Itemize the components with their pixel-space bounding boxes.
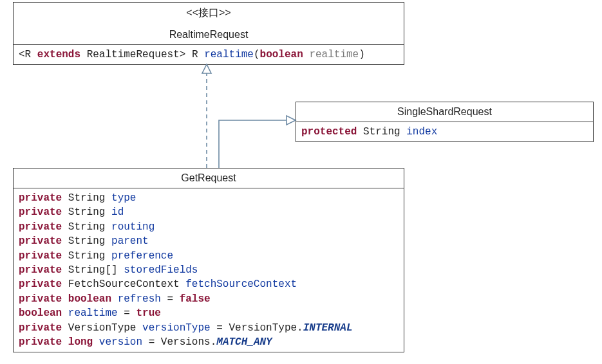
field-line: private String[] storedFields (19, 263, 399, 277)
get-request-fields: private String typeprivate String idpriv… (14, 188, 404, 352)
class-single-shard-request: SingleShardRequest protected String inde… (296, 102, 594, 142)
field-line: private long version = Versions.MATCH_AN… (19, 335, 399, 349)
field-line: private FetchSourceContext fetchSourceCo… (19, 277, 399, 291)
svg-marker-2 (287, 116, 296, 125)
get-request-name: GetRequest (181, 172, 236, 183)
interface-stereotype: <<接口>> (19, 6, 399, 20)
class-get-request: GetRequest private String typeprivate St… (13, 168, 404, 352)
field-line: private boolean refresh = false (19, 292, 399, 306)
svg-marker-1 (202, 64, 211, 73)
interface-method: <R extends RealtimeRequest> R realtime(b… (14, 45, 404, 64)
field-line: private String parent (19, 234, 399, 248)
field-line: boolean realtime = true (19, 306, 399, 320)
interface-realtime-request: <<接口>> RealtimeRequest <R extends Realti… (13, 2, 404, 65)
field-line: private String id (19, 205, 399, 219)
interface-name: RealtimeRequest (169, 29, 249, 40)
single-shard-field: protected String index (296, 122, 593, 141)
field-line: private String routing (19, 220, 399, 234)
single-shard-header: SingleShardRequest (296, 102, 593, 122)
field-line: private String type (19, 191, 399, 205)
interface-header: <<接口>> RealtimeRequest (14, 3, 404, 45)
field-line: private VersionType versionType = Versio… (19, 321, 399, 335)
field-line: private String preference (19, 249, 399, 263)
get-request-header: GetRequest (14, 168, 404, 188)
single-shard-name: SingleShardRequest (397, 106, 492, 117)
